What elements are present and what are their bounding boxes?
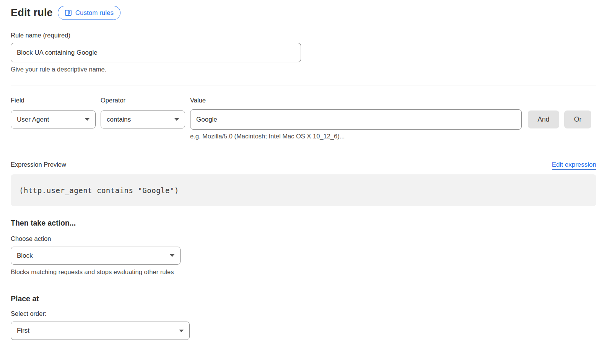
action-section-heading: Then take action... <box>11 219 596 227</box>
expression-preview-label: Expression Preview <box>11 161 66 168</box>
or-button[interactable]: Or <box>564 110 591 128</box>
field-dropdown[interactable]: User Agent <box>11 110 96 128</box>
header: Edit rule Custom rules <box>11 6 596 20</box>
chevron-down-icon <box>179 330 184 332</box>
edit-expression-link[interactable]: Edit expression <box>552 161 596 170</box>
page-title: Edit rule <box>11 7 53 19</box>
value-input[interactable] <box>190 109 522 130</box>
field-dropdown-value: User Agent <box>17 116 49 123</box>
operator-dropdown-value: contains <box>107 116 131 123</box>
action-dropdown[interactable]: Block <box>11 247 181 265</box>
expression-code-block: (http.user_agent contains "Google") <box>11 174 596 206</box>
rule-name-help: Give your rule a descriptive name. <box>11 66 596 73</box>
rule-name-input[interactable] <box>11 43 301 62</box>
expression-preview-row: Expression Preview Edit expression <box>11 161 596 170</box>
edit-rule-form: Edit rule Custom rules Rule name (requir… <box>11 0 596 340</box>
select-order-label: Select order: <box>11 310 596 317</box>
chevron-down-icon <box>170 254 174 257</box>
custom-rules-button-label: Custom rules <box>75 9 114 17</box>
field-label: Field <box>11 97 101 104</box>
order-dropdown[interactable]: First <box>11 322 190 340</box>
custom-rules-button[interactable]: Custom rules <box>58 6 120 20</box>
operator-label: Operator <box>101 97 190 104</box>
action-help: Blocks matching requests and stops evalu… <box>11 268 596 276</box>
expression-code: (http.user_agent contains "Google") <box>19 186 179 195</box>
value-label: Value <box>190 97 206 104</box>
value-help: e.g. Mozilla/5.0 (Macintosh; Intel Mac O… <box>190 133 596 140</box>
condition-labels-row: Field Operator Value <box>11 97 596 104</box>
open-book-icon <box>65 9 72 16</box>
rule-name-label: Rule name (required) <box>11 32 596 39</box>
operator-dropdown[interactable]: contains <box>101 110 185 128</box>
choose-action-label: Choose action <box>11 235 596 242</box>
condition-controls-row: User Agent contains And Or <box>11 109 596 130</box>
order-dropdown-value: First <box>17 327 29 335</box>
chevron-down-icon <box>174 118 179 121</box>
action-dropdown-value: Block <box>17 252 33 260</box>
and-button[interactable]: And <box>528 110 559 128</box>
chevron-down-icon <box>85 118 90 121</box>
section-divider <box>11 86 596 86</box>
placement-section-heading: Place at <box>11 294 596 303</box>
